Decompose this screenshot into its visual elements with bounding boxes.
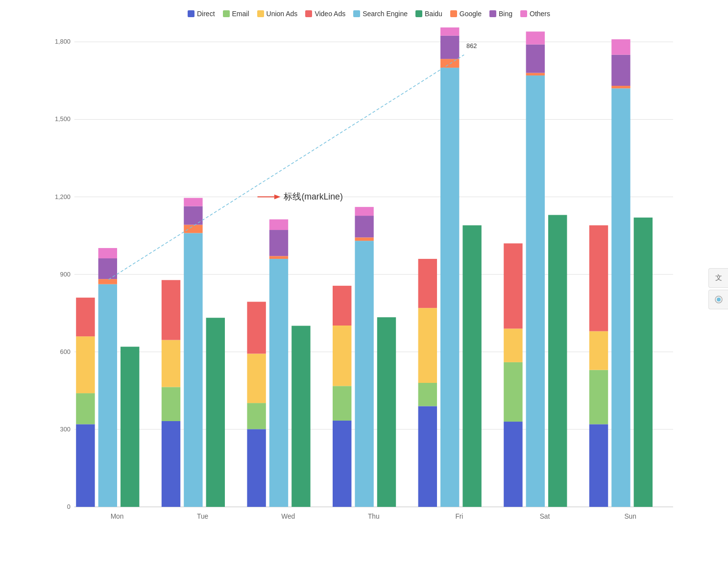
bar-segment-baidu[interactable] [462, 226, 481, 507]
bar-segment-direct[interactable] [418, 406, 437, 507]
bar-segment-email[interactable] [418, 383, 437, 406]
bar-segment-others[interactable] [526, 31, 545, 44]
bar-segment-bing[interactable] [355, 216, 373, 237]
svg-text:1,200: 1,200 [55, 193, 71, 201]
bar-segment-baidu[interactable] [206, 318, 225, 507]
bar-segment-union-ads[interactable] [247, 353, 266, 403]
legend-item-video-ads[interactable]: Video Ads [305, 10, 345, 18]
chart-container: DirectEmailUnion AdsVideo AdsSearch Engi… [0, 0, 728, 577]
bar-segment-search-engine[interactable] [355, 241, 373, 507]
bar-segment-others[interactable] [269, 219, 288, 230]
legend-item-bing[interactable]: Bing [489, 10, 512, 18]
legend-label: Others [530, 10, 550, 18]
bar-segment-others[interactable] [611, 39, 630, 55]
legend-item-others[interactable]: Others [520, 10, 550, 18]
bar-segment-baidu[interactable] [121, 347, 139, 507]
bar-segment-video-ads[interactable] [504, 243, 522, 328]
bar-segment-others[interactable] [440, 27, 459, 36]
legend-item-search-engine[interactable]: Search Engine [353, 10, 408, 18]
legend-label: Baidu [425, 10, 442, 18]
bar-segment-email[interactable] [333, 386, 351, 421]
bar-segment-direct[interactable] [589, 424, 608, 507]
legend-item-union-ads[interactable]: Union Ads [257, 10, 298, 18]
bar-segment-union-ads[interactable] [76, 336, 95, 393]
legend-label: Direct [197, 10, 215, 18]
bar-segment-direct[interactable] [504, 422, 522, 507]
bar-segment-others[interactable] [355, 207, 373, 216]
legend-label: Union Ads [267, 10, 298, 18]
bar-segment-google[interactable] [355, 237, 373, 241]
legend-item-direct[interactable]: Direct [188, 10, 215, 18]
svg-text:Tue: Tue [197, 513, 209, 520]
bar-segment-google[interactable] [440, 59, 459, 68]
bar-segment-email[interactable] [589, 370, 608, 425]
bar-segment-search-engine[interactable] [184, 233, 202, 507]
bar-segment-baidu[interactable] [548, 215, 567, 506]
legend-item-baidu[interactable]: Baidu [415, 10, 442, 18]
bar-segment-google[interactable] [98, 279, 117, 284]
legend-label: Search Engine [363, 10, 408, 18]
svg-point-23 [717, 298, 721, 301]
bar-segment-bing[interactable] [269, 230, 288, 256]
bar-segment-baidu[interactable] [291, 326, 310, 507]
bar-segment-union-ads[interactable] [589, 331, 608, 370]
legend-color [188, 10, 194, 17]
bar-segment-union-ads[interactable] [504, 328, 522, 362]
bar-segment-direct[interactable] [162, 421, 180, 507]
bar-segment-others[interactable] [184, 198, 202, 206]
legend-color [489, 10, 496, 17]
bar-segment-bing[interactable] [526, 45, 545, 73]
svg-text:1,500: 1,500 [55, 115, 71, 123]
bar-segment-search-engine[interactable] [440, 68, 459, 507]
svg-text:0: 0 [67, 503, 71, 510]
bar-segment-google[interactable] [611, 86, 630, 88]
legend-label: Email [232, 10, 249, 18]
bar-segment-google[interactable] [269, 256, 288, 259]
legend-color [520, 10, 527, 17]
bar-segment-video-ads[interactable] [333, 286, 351, 326]
legend-label: Video Ads [315, 10, 345, 18]
bar-segment-others[interactable] [98, 248, 117, 258]
legend-color [223, 10, 230, 17]
bar-segment-email[interactable] [162, 387, 180, 421]
bar-segment-video-ads[interactable] [418, 259, 437, 308]
legend-item-google[interactable]: Google [450, 10, 482, 18]
bar-segment-union-ads[interactable] [333, 326, 351, 386]
svg-text:Sat: Sat [540, 513, 550, 520]
svg-text:300: 300 [60, 426, 71, 433]
svg-text:Mon: Mon [111, 513, 124, 520]
side-panel: 文 [708, 268, 728, 309]
bar-segment-email[interactable] [76, 393, 95, 424]
legend-item-email[interactable]: Email [223, 10, 249, 18]
bar-segment-baidu[interactable] [377, 317, 396, 507]
annotation-text: 标线(markLine) [283, 192, 342, 201]
bar-segment-video-ads[interactable] [589, 226, 608, 331]
svg-text:Thu: Thu [368, 513, 380, 520]
svg-text:Sun: Sun [624, 513, 636, 520]
translate-button[interactable]: 文 [708, 268, 728, 288]
bar-segment-search-engine[interactable] [98, 284, 117, 507]
legend-label: Bing [499, 10, 512, 18]
chart-legend: DirectEmailUnion AdsVideo AdsSearch Engi… [39, 10, 699, 18]
legend-color [353, 10, 360, 17]
bar-segment-direct[interactable] [333, 421, 351, 507]
bar-segment-search-engine[interactable] [611, 88, 630, 507]
bar-segment-bing[interactable] [611, 55, 630, 86]
bar-segment-email[interactable] [247, 403, 266, 429]
bar-segment-union-ads[interactable] [418, 308, 437, 383]
bar-segment-search-engine[interactable] [526, 75, 545, 507]
record-button[interactable] [708, 290, 728, 309]
bar-segment-video-ads[interactable] [76, 298, 95, 336]
svg-text:600: 600 [60, 348, 71, 355]
bar-segment-search-engine[interactable] [269, 259, 288, 507]
bar-segment-bing[interactable] [440, 36, 459, 59]
bar-segment-union-ads[interactable] [162, 340, 180, 387]
bar-segment-baidu[interactable] [634, 218, 653, 507]
bar-segment-email[interactable] [504, 362, 522, 422]
bar-segment-google[interactable] [184, 225, 202, 233]
bar-segment-direct[interactable] [76, 424, 95, 507]
bar-segment-video-ads[interactable] [162, 280, 180, 340]
bar-segment-google[interactable] [526, 73, 545, 75]
bar-segment-video-ads[interactable] [247, 302, 266, 354]
bar-segment-direct[interactable] [247, 429, 266, 507]
